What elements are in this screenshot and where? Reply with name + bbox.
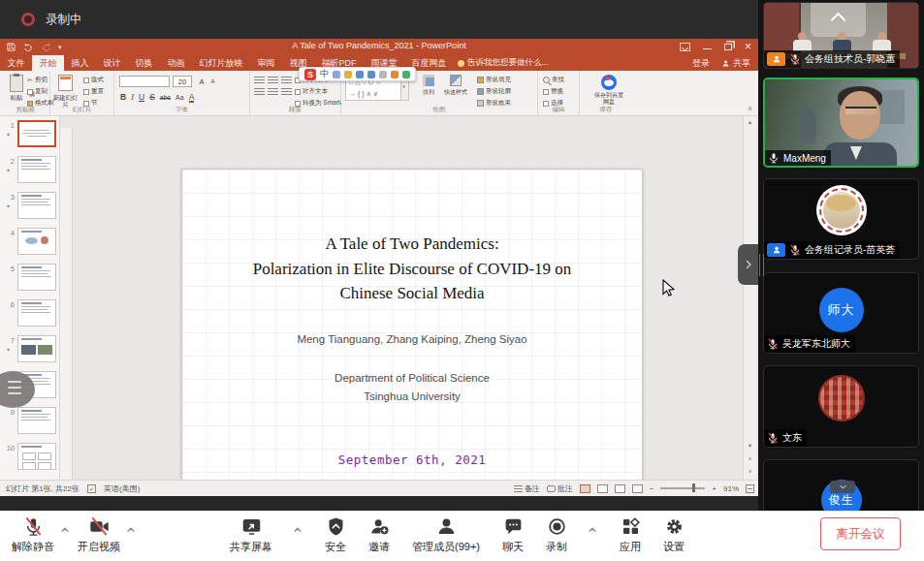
save-to-baidu-button[interactable]: 保存到百度网盘 (592, 75, 625, 106)
chevron-up-icon[interactable] (126, 525, 136, 535)
comments-button[interactable]: 批注 (547, 483, 573, 494)
chinese-mode-icon[interactable]: 中 (320, 68, 329, 80)
keyboard-icon[interactable] (367, 71, 375, 78)
invite-button[interactable]: 邀请 (368, 516, 390, 554)
scroll-down-icon[interactable]: ▼ (744, 443, 756, 449)
shadow-icon[interactable]: S (149, 92, 155, 102)
zoom-slider-thumb[interactable] (692, 483, 695, 492)
font-name-box[interactable] (119, 76, 170, 87)
change-case-icon[interactable]: Aa (175, 94, 184, 101)
qat-dropdown-icon[interactable]: ▾ (58, 41, 62, 53)
slideshow-view-icon[interactable] (632, 484, 643, 493)
slide-thumbnail-1[interactable] (17, 120, 56, 147)
participant-tile[interactable]: 文东 (763, 365, 919, 448)
chevron-up-icon[interactable] (588, 525, 597, 535)
previous-slide-icon[interactable]: ∧ (744, 455, 756, 461)
restore-icon[interactable] (724, 44, 732, 50)
next-slide-icon[interactable]: ∨ (744, 468, 756, 474)
unmute-button[interactable]: 解除静音 (12, 516, 54, 554)
find-button[interactable]: 查找 (543, 76, 564, 84)
participant-tile[interactable]: 会务组记录员-苗英荟 (763, 178, 919, 260)
slide-thumbnail-5[interactable] (17, 264, 56, 291)
scroll-up-icon[interactable]: ▲ (744, 119, 756, 125)
quick-styles-button[interactable]: 快速样式 (442, 75, 469, 97)
ppt-tab-5[interactable]: 动画 (160, 55, 192, 71)
slide-thumbnail-3[interactable] (17, 192, 56, 219)
security-button[interactable]: 安全 (325, 516, 346, 554)
sidebar-drag-divider[interactable] (759, 254, 764, 276)
shape-outline-button[interactable]: 形状轮廓 (477, 87, 511, 96)
font-size-box[interactable]: 20 (173, 76, 192, 87)
signin-link[interactable]: 登录 (692, 57, 710, 70)
ppt-tab-4[interactable]: 切换 (128, 55, 160, 71)
share-screen-button[interactable]: 共享屏幕 (230, 516, 272, 554)
punctuation-icon[interactable] (333, 71, 340, 78)
slide-thumbnail-2[interactable] (17, 156, 56, 183)
save-icon[interactable] (6, 42, 16, 52)
skin-icon[interactable] (402, 71, 410, 78)
share-button[interactable]: 共享 (721, 57, 750, 70)
record-button[interactable]: 录制 (546, 516, 567, 554)
slide-thumbnail-6[interactable] (17, 299, 56, 327)
apps-button[interactable]: 应用 (620, 516, 641, 554)
ppt-tab-7[interactable]: 审阅 (250, 55, 282, 71)
spellcheck-icon[interactable]: ✓ (87, 484, 96, 493)
underline-icon[interactable]: U (139, 92, 144, 102)
ppt-tab-2[interactable]: 插入 (64, 55, 96, 71)
ppt-tab-6[interactable]: 幻灯片放映 (192, 55, 250, 71)
vertical-scrollbar[interactable]: ▲ ▼ ∧ ∨ (743, 116, 756, 480)
minimize-icon[interactable] (703, 48, 712, 49)
normal-view-icon[interactable] (580, 484, 590, 493)
undo-icon[interactable] (23, 42, 34, 52)
language-status[interactable]: 英语(美国) (104, 483, 140, 494)
ppt-tab-3[interactable]: 设计 (96, 55, 128, 71)
slide-thumbnail-10[interactable] (17, 443, 56, 470)
sogou-logo-icon[interactable]: S (304, 69, 316, 80)
close-icon[interactable]: × (745, 42, 751, 52)
replace-button[interactable]: 替换 (543, 87, 564, 96)
chat-button[interactable]: 聊天 (502, 516, 524, 554)
ribbon-display-options-icon[interactable] (680, 43, 690, 51)
italic-icon[interactable]: I (131, 92, 134, 102)
numbering-icon[interactable] (268, 77, 278, 85)
emoji-icon[interactable] (344, 71, 352, 78)
redo-icon[interactable] (41, 42, 51, 52)
slide-thumbnail-9[interactable] (17, 407, 56, 434)
new-slide-icon[interactable] (58, 75, 73, 91)
leave-meeting-button[interactable]: 离开会议 (820, 517, 901, 550)
slide-canvas[interactable]: A Tale of Two Pandemics: Polarization in… (181, 169, 643, 514)
zoom-percent[interactable]: 91% (723, 484, 739, 493)
shrink-font-icon[interactable]: A (207, 76, 218, 87)
align-center-icon[interactable] (268, 88, 278, 97)
grow-font-icon[interactable]: A (196, 76, 207, 87)
align-right-icon[interactable] (281, 88, 292, 97)
chevron-up-icon[interactable] (60, 525, 70, 535)
reset-button[interactable]: 重置 (83, 87, 104, 96)
ppt-tab-file[interactable]: 文件 (0, 55, 32, 71)
sidebar-collapse-handle[interactable] (738, 244, 758, 285)
notes-button[interactable]: 备注 (514, 483, 540, 494)
manage-members-button[interactable]: 管理成员(99+) (412, 516, 480, 554)
font-color-icon[interactable]: A (189, 93, 195, 103)
fit-to-window-icon[interactable] (746, 484, 754, 493)
sidebar-collapse-pill[interactable] (830, 481, 855, 493)
reading-view-icon[interactable] (615, 484, 625, 493)
tell-me-box[interactable]: 告诉我您想要做什么... (458, 55, 549, 71)
mic-icon[interactable] (356, 71, 364, 78)
toolbox-icon[interactable] (391, 71, 398, 78)
indent-icon[interactable] (281, 77, 292, 85)
ppt-tab-1[interactable]: 开始 (32, 55, 64, 71)
bold-icon[interactable]: B (120, 92, 126, 102)
align-left-icon[interactable] (254, 88, 265, 97)
participant-tile[interactable]: MaxMeng (763, 78, 919, 168)
slide-sorter-view-icon[interactable] (597, 484, 608, 493)
participant-tile[interactable]: 师大吴龙军东北师大 (763, 272, 919, 354)
strikethrough-icon[interactable]: abc (160, 94, 171, 101)
slide-thumbnail-4[interactable] (17, 228, 56, 255)
zoom-out-icon[interactable]: − (650, 484, 654, 493)
layout-button[interactable]: 版式 (83, 76, 104, 84)
ime-toolbar[interactable]: S 中 (299, 67, 416, 81)
bullets-icon[interactable] (254, 77, 265, 85)
arrange-button[interactable]: 排列 (415, 75, 442, 97)
start-video-button[interactable]: 开启视频 (78, 516, 120, 554)
